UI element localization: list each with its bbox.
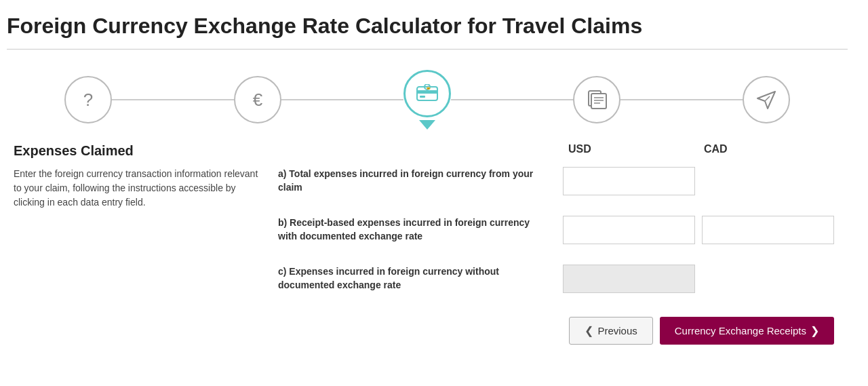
next-button-label: Currency Exchange Receipts (675, 325, 806, 336)
column-headers: USD CAD (278, 143, 841, 155)
expense-a-usd-input[interactable] (563, 167, 695, 195)
expense-inputs-c (563, 265, 841, 293)
svg-line-10 (765, 96, 770, 101)
svg-rect-6 (591, 94, 606, 109)
svg-rect-2 (420, 96, 425, 98)
cad-column-header: CAD (698, 143, 834, 155)
right-panel: USD CAD a) Total expenses incurred in fo… (278, 143, 841, 345)
expense-label-a: a) Total expenses incurred in foreign cu… (278, 168, 563, 194)
expense-row-b: b) Receipt-based expenses incurred in fo… (278, 210, 841, 250)
expense-inputs-a (563, 167, 841, 195)
expenses-claimed-heading: Expenses Claimed (14, 143, 264, 159)
expense-label-c: c) Expenses incurred in foreign currency… (278, 265, 563, 292)
currency-exchange-receipts-button[interactable]: Currency Exchange Receipts ❯ (660, 317, 834, 345)
previous-arrow-icon: ❮ (585, 324, 593, 337)
connector-3-4 (451, 99, 573, 100)
step-3-arrow (419, 120, 435, 130)
step-1-circle: ? (64, 76, 112, 123)
connector-1-2 (112, 99, 234, 100)
previous-button[interactable]: ❮ Previous (569, 317, 652, 345)
page-title: Foreign Currency Exchange Rate Calculato… (7, 14, 848, 50)
svg-rect-1 (417, 90, 437, 94)
connector-4-5 (620, 99, 743, 100)
step-4-circle (573, 76, 620, 123)
step-5[interactable] (743, 76, 790, 123)
expense-b-usd-input[interactable] (563, 216, 695, 244)
connector-2-3 (281, 99, 403, 100)
expense-row-a: a) Total expenses incurred in foreign cu… (278, 161, 841, 201)
expense-row-c: c) Expenses incurred in foreign currency… (278, 258, 841, 299)
expense-label-b: b) Receipt-based expenses incurred in fo… (278, 216, 563, 243)
left-panel: Expenses Claimed Enter the foreign curre… (14, 143, 264, 345)
step-3[interactable]: 🔒 (403, 70, 451, 117)
expenses-claimed-description: Enter the foreign currency transaction i… (14, 167, 264, 210)
stepper: ? € 🔒 (64, 63, 790, 130)
expense-c-usd-input (563, 265, 695, 293)
step-1[interactable]: ? (64, 76, 112, 123)
previous-button-label: Previous (597, 325, 637, 336)
step-3-wrapper: 🔒 (403, 70, 451, 130)
button-row: ❮ Previous Currency Exchange Receipts ❯ (278, 317, 841, 345)
step-5-circle (743, 76, 790, 123)
next-arrow-icon: ❯ (810, 324, 819, 337)
expense-b-cad-input[interactable] (702, 216, 834, 244)
step-4[interactable] (573, 76, 620, 123)
main-content: Expenses Claimed Enter the foreign curre… (7, 130, 848, 345)
svg-text:🔒: 🔒 (426, 85, 431, 90)
step-2-circle: € (234, 76, 281, 123)
expense-inputs-b (563, 216, 841, 244)
usd-column-header: USD (563, 143, 698, 155)
step-3-circle: 🔒 (403, 70, 451, 117)
step-2[interactable]: € (234, 76, 281, 123)
